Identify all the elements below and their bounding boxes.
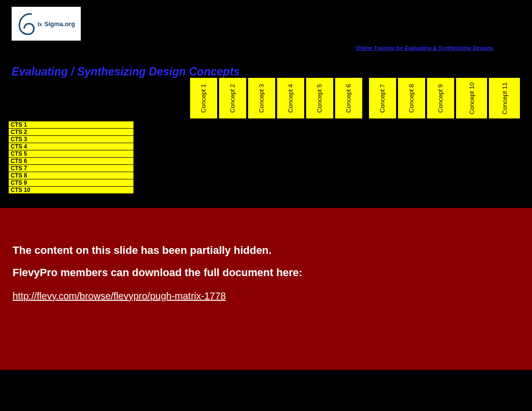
training-link[interactable]: Online Training for Evaluating & Synthes… <box>355 45 493 51</box>
cts-row: CTS 9 <box>8 179 134 187</box>
concept-header: Concept 5 <box>306 77 334 119</box>
cts-row: CTS 8 <box>8 172 134 179</box>
concept-header: Concept 2 <box>219 77 247 119</box>
cts-row: CTS 2 <box>8 129 134 136</box>
slide: Ix Sigma.org Online Training for Evaluat… <box>0 0 532 411</box>
cts-row: CTS 3 <box>8 136 134 143</box>
cts-row: CTS 4 <box>8 143 134 150</box>
cts-row: CTS 6 <box>8 158 134 165</box>
concept-header: Concept 1 <box>190 77 218 119</box>
page-title: Evaluating / Synthesizing Design Concept… <box>12 65 240 78</box>
concept-header: Concept 9 <box>427 77 455 119</box>
cts-row: CTS 7 <box>8 165 134 172</box>
concept-header: Concept 7 <box>369 77 397 119</box>
cts-row: CTS 10 <box>8 187 134 194</box>
concept-header-row: Concept 1 Concept 2 Concept 3 Concept 4 … <box>190 77 520 119</box>
concept-header: Concept 3 <box>248 77 276 119</box>
cts-column: CTS 1 CTS 2 CTS 3 CTS 4 CTS 5 CTS 6 CTS … <box>8 121 134 194</box>
concept-header: Concept 6 <box>335 77 363 119</box>
cts-row: CTS 1 <box>8 121 134 129</box>
concept-header: Concept 4 <box>277 77 305 119</box>
logo-ix: Ix <box>38 21 42 27</box>
logo-brand: Sigma.org <box>44 20 75 28</box>
concept-header: Concept 11 <box>488 77 520 119</box>
overlay-line-1: The content on this slide has been parti… <box>13 244 532 257</box>
concept-header: Concept 8 <box>398 77 426 119</box>
overlay-line-2: FlevyPro members can download the full d… <box>13 266 532 279</box>
hidden-content-overlay: The content on this slide has been parti… <box>0 208 532 370</box>
concept-header: Concept 10 <box>456 77 488 119</box>
six-sigma-icon <box>17 12 36 35</box>
cts-row: CTS 5 <box>8 150 134 158</box>
logo: Ix Sigma.org <box>12 7 81 41</box>
full-document-link[interactable]: http://flevy.com/browse/flevypro/pugh-ma… <box>13 291 226 301</box>
